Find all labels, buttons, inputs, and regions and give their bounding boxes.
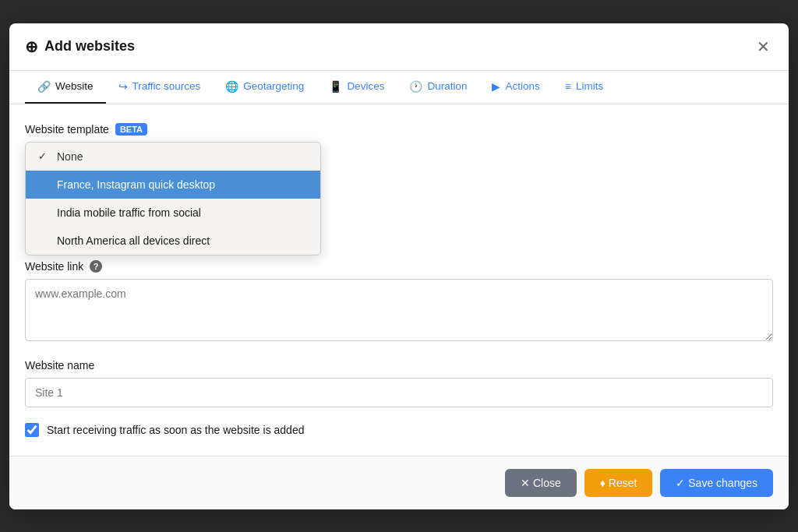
modal-footer: ✕ Close ♦ Reset ✓ Save changes (9, 456, 789, 509)
tab-devices[interactable]: 📱 Devices (316, 71, 397, 104)
link-input[interactable] (25, 279, 773, 341)
dropdown-option-north-america[interactable]: North America all devices direct (26, 227, 320, 255)
geo-tab-label: Geotargeting (243, 80, 304, 92)
tab-geotargeting[interactable]: 🌐 Geotargeting (213, 71, 316, 104)
beta-badge: Beta (115, 123, 147, 136)
traffic-tab-label: Traffic sources (132, 80, 201, 92)
modal-body: Website template Beta ✓ None France, Ins… (9, 104, 789, 456)
add-icon: ⊕ (25, 37, 38, 56)
traffic-checkbox-label: Start receiving traffic as soon as the w… (47, 424, 304, 436)
dropdown-option-france-label: France, Instagram quick desktop (57, 178, 215, 191)
tab-traffic-sources[interactable]: ↪ Traffic sources (106, 71, 214, 104)
reset-button[interactable]: ♦ Reset (584, 469, 653, 497)
tabs-container: 🔗 Website ↪ Traffic sources 🌐 Geotargeti… (9, 71, 789, 104)
modal-title: ⊕ Add websites (25, 37, 135, 56)
tab-limits[interactable]: ≡ Limits (553, 71, 616, 104)
add-websites-modal: ⊕ Add websites ✕ 🔗 Website ↪ Traffic sou… (9, 23, 789, 509)
template-label-text: Website template (25, 123, 109, 136)
link-label-text: Website link (25, 260, 83, 273)
traffic-checkbox[interactable] (25, 423, 39, 437)
dropdown-option-france[interactable]: France, Instagram quick desktop (26, 171, 320, 199)
name-form-group: Website name (25, 359, 773, 407)
duration-tab-label: Duration (427, 80, 467, 92)
close-button[interactable]: ✕ Close (505, 469, 577, 497)
modal-header: ⊕ Add websites ✕ (9, 23, 789, 71)
template-form-group: Website template Beta ✓ None France, Ins… (25, 123, 773, 136)
name-label-text: Website name (25, 359, 94, 372)
duration-tab-icon: 🕐 (409, 80, 422, 93)
tab-duration[interactable]: 🕐 Duration (397, 71, 479, 104)
dropdown-option-none-label: None (57, 150, 83, 163)
actions-tab-label: Actions (505, 80, 539, 92)
limits-tab-label: Limits (576, 80, 603, 92)
actions-tab-icon: ▶ (492, 80, 500, 93)
traffic-tab-icon: ↪ (118, 80, 128, 93)
devices-tab-label: Devices (347, 80, 384, 92)
tab-actions[interactable]: ▶ Actions (479, 71, 552, 104)
modal-title-text: Add websites (44, 38, 135, 55)
dropdown-option-na-label: North America all devices direct (57, 234, 210, 247)
dropdown-option-india-label: India mobile traffic from social (57, 206, 201, 219)
dropdown-option-india[interactable]: India mobile traffic from social (26, 199, 320, 227)
limits-tab-icon: ≡ (565, 80, 571, 93)
check-icon: ✓ (38, 150, 51, 162)
template-label: Website template Beta (25, 123, 773, 136)
name-label: Website name (25, 359, 773, 372)
template-dropdown: ✓ None France, Instagram quick desktop I… (25, 142, 321, 255)
link-help-icon[interactable]: ? (90, 260, 102, 273)
website-tab-label: Website (55, 80, 94, 92)
devices-tab-icon: 📱 (329, 80, 342, 93)
geo-tab-icon: 🌐 (225, 80, 238, 93)
modal-close-button[interactable]: ✕ (754, 36, 773, 58)
website-tab-icon: 🔗 (37, 80, 51, 93)
dropdown-option-none[interactable]: ✓ None (26, 143, 320, 171)
save-changes-button[interactable]: ✓ Save changes (660, 469, 773, 497)
traffic-checkbox-row: Start receiving traffic as soon as the w… (25, 423, 773, 437)
link-form-group: Website link ? (25, 260, 773, 344)
name-input[interactable] (25, 378, 773, 407)
modal-overlay: ⊕ Add websites ✕ 🔗 Website ↪ Traffic sou… (0, 0, 798, 532)
tab-website[interactable]: 🔗 Website (25, 71, 106, 104)
link-label: Website link ? (25, 260, 773, 273)
